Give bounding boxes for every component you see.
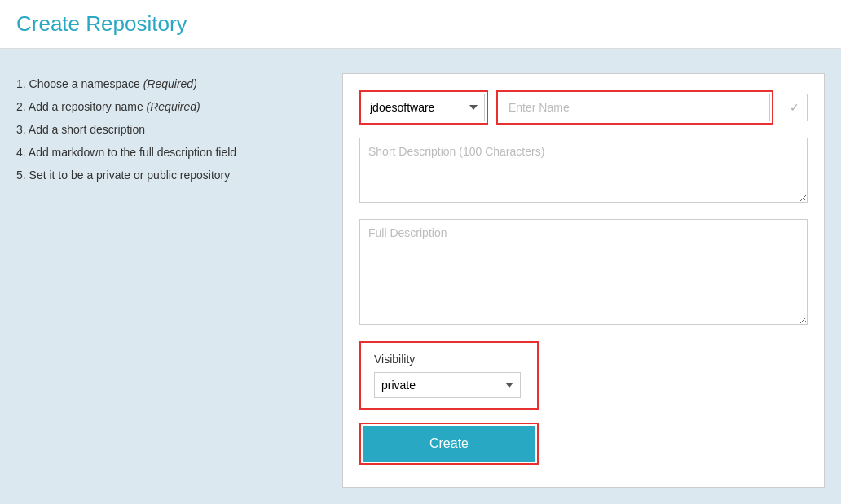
page-body: Choose a namespace (Required) Add a repo… [0, 49, 841, 504]
short-description-input[interactable] [359, 138, 808, 203]
instruction-item-5: Set it to be a private or public reposit… [16, 169, 326, 182]
instructions-panel: Choose a namespace (Required) Add a repo… [16, 73, 326, 488]
namespace-select[interactable]: jdoesoftware org1 org2 [363, 94, 485, 121]
instruction-item-3: Add a short description [16, 123, 326, 136]
repo-name-input[interactable] [500, 94, 770, 121]
instruction-item-4: Add markdown to the full description fie… [16, 146, 326, 159]
short-description-wrapper [359, 138, 808, 206]
form-row-top: jdoesoftware org1 org2 ✓ [359, 90, 808, 125]
check-icon: ✓ [790, 101, 799, 114]
page-header: Create Repository [0, 0, 841, 49]
page-container: Create Repository Choose a namespace (Re… [0, 0, 841, 504]
form-panel: jdoesoftware org1 org2 ✓ [342, 73, 825, 488]
full-description-wrapper [359, 219, 808, 328]
visibility-select[interactable]: private public [374, 372, 521, 398]
visibility-section-wrapper: Visibility private public [359, 341, 539, 410]
full-description-input[interactable] [359, 219, 808, 325]
instructions-list: Choose a namespace (Required) Add a repo… [16, 77, 326, 182]
required-label-2: (Required) [147, 100, 200, 113]
instruction-item-2: Add a repository name (Required) [16, 100, 326, 113]
name-input-wrapper [496, 90, 773, 125]
required-label-1: (Required) [143, 77, 197, 90]
instruction-item-1: Choose a namespace (Required) [16, 77, 326, 90]
create-button[interactable]: Create [363, 426, 535, 462]
visibility-section: Visibility private public [363, 344, 535, 406]
page-title: Create Repository [16, 11, 825, 37]
namespace-select-wrapper: jdoesoftware org1 org2 [359, 90, 488, 125]
check-icon-wrapper: ✓ [782, 94, 808, 121]
create-button-wrapper: Create [359, 423, 539, 465]
visibility-label: Visibility [374, 353, 524, 366]
